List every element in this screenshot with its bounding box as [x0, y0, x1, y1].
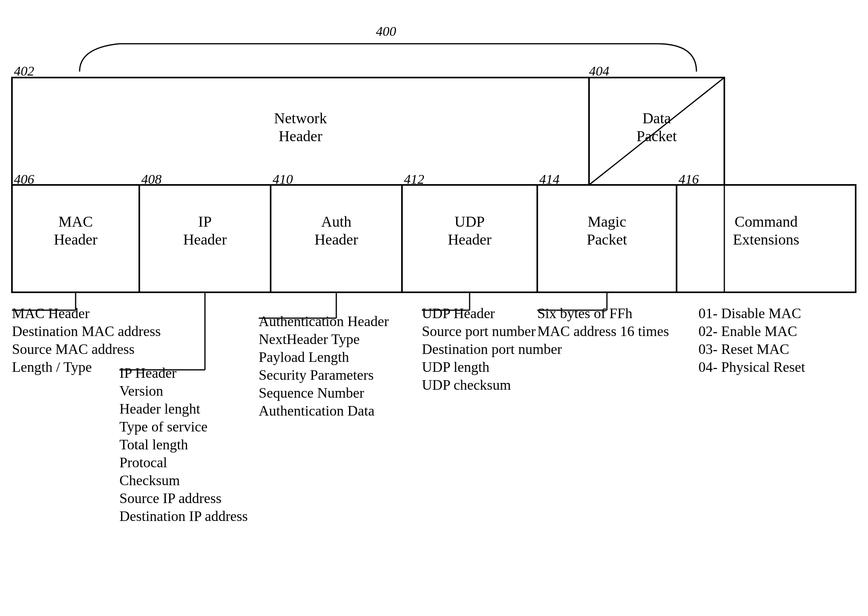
- ip-ann-3: Header lenght: [119, 401, 200, 417]
- udp-ann-5: UDP checksum: [422, 377, 511, 393]
- magic-ann-1: Six bytes of FFh: [537, 305, 632, 321]
- ref-402: 402: [14, 64, 34, 78]
- svg-line-6: [589, 78, 724, 185]
- ip-header-label2: Header: [183, 231, 227, 248]
- magic-packet-label2: Packet: [587, 231, 627, 248]
- ref-408: 408: [141, 172, 162, 187]
- mac-ann-3: Source MAC address: [12, 341, 135, 357]
- ip-ann-2: Version: [119, 383, 163, 399]
- ip-ann-4: Type of service: [119, 419, 207, 435]
- auth-ann-5: Sequence Number: [259, 385, 364, 401]
- udp-ann-1: UDP Header: [422, 305, 495, 321]
- ip-ann-8: Source IP address: [119, 490, 222, 506]
- udp-ann-3: Destination port number: [422, 341, 562, 357]
- udp-header-label2: Header: [448, 231, 492, 248]
- ip-header-label: IP: [198, 213, 212, 230]
- cmd-ann-2: 02- Enable MAC: [698, 323, 797, 339]
- ref-400: 400: [376, 24, 396, 39]
- auth-ann-1: Authentication Header: [259, 313, 389, 329]
- udp-header-label: UDP: [454, 213, 485, 230]
- ip-ann-1: IP Header: [119, 365, 177, 381]
- cmd-ann-4: 04- Physical Reset: [698, 359, 805, 375]
- ip-ann-5: Total length: [119, 437, 188, 453]
- udp-ann-4: UDP length: [422, 359, 490, 375]
- magic-ann-2: MAC address 16 times: [537, 323, 669, 339]
- ref-404: 404: [589, 64, 609, 78]
- network-header-label2: Header: [279, 128, 322, 144]
- ref-414: 414: [539, 172, 560, 187]
- auth-ann-6: Authentication Data: [259, 403, 375, 419]
- mac-ann-2: Destination MAC address: [12, 323, 161, 339]
- mac-ann-1: MAC Header: [12, 305, 90, 321]
- ref-412: 412: [404, 172, 424, 187]
- magic-packet-label: Magic: [587, 213, 626, 230]
- auth-header-label2: Header: [314, 231, 358, 248]
- auth-ann-2: NextHeader Type: [259, 331, 360, 347]
- ref-406: 406: [14, 172, 34, 187]
- ref-416: 416: [679, 172, 699, 187]
- auth-ann-3: Payload Length: [259, 349, 349, 365]
- auth-ann-4: Security Parameters: [259, 367, 374, 383]
- udp-ann-2: Source port number: [422, 323, 536, 339]
- mac-header-label2: Header: [54, 231, 98, 248]
- command-ext-label2: Extensions: [733, 231, 800, 248]
- command-ext-label: Command: [735, 213, 798, 230]
- mac-ann-4: Length / Type: [12, 359, 92, 375]
- ip-ann-7: Checksum: [119, 472, 180, 488]
- ref-410: 410: [273, 172, 293, 187]
- cmd-ann-3: 03- Reset MAC: [698, 341, 789, 357]
- mac-header-label: MAC: [59, 213, 93, 230]
- auth-header-label: Auth: [321, 213, 351, 230]
- diagram-container: .box { fill: none; stroke: #000; stroke-…: [0, 0, 868, 616]
- network-header-label: Network: [274, 110, 327, 126]
- cmd-ann-1: 01- Disable MAC: [698, 305, 801, 321]
- ip-ann-6: Protocal: [119, 455, 167, 470]
- ip-ann-9: Destination IP address: [119, 508, 248, 524]
